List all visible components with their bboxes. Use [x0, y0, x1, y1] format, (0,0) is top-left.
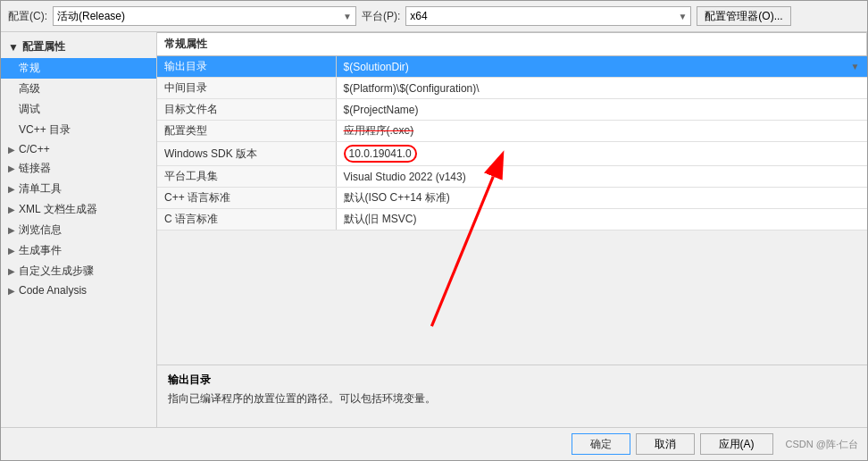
table-row[interactable]: 目标文件名 $(ProjectName) — [157, 99, 867, 121]
sidebar-item-browse[interactable]: ▶ 浏览信息 — [1, 220, 156, 240]
watermark: CSDN @阵·仁台 — [786, 438, 858, 451]
platform-value: x64 — [410, 10, 427, 22]
table-row[interactable]: 输出目录 $(SolutionDir) ▼ — [157, 56, 867, 78]
right-top: 常规属性 输出目录 $(SolutionDir) ▼ — [157, 32, 867, 365]
sidebar-item-vcpp-dirs-label: VC++ 目录 — [19, 122, 71, 138]
sidebar-item-manifest[interactable]: ▶ 清单工具 — [1, 179, 156, 199]
prop-value-platform-toolset: Visual Studio 2022 (v143) — [336, 166, 867, 188]
table-row[interactable]: C++ 语言标准 默认(ISO C++14 标准) — [157, 188, 867, 209]
prop-name-target-name: 目标文件名 — [157, 99, 336, 121]
sidebar-item-custom-build-label: 自定义生成步骤 — [19, 264, 94, 279]
prop-name-intermediate-dir: 中间目录 — [157, 78, 336, 99]
sidebar-item-code-analysis-label: Code Analysis — [19, 284, 87, 297]
linker-expand-icon: ▶ — [8, 163, 15, 173]
prop-name-config-type: 配置类型 — [157, 121, 336, 142]
table-row[interactable]: 平台工具集 Visual Studio 2022 (v143) — [157, 166, 867, 188]
custom-build-expand-icon: ▶ — [8, 266, 15, 276]
sidebar-item-xml-gen[interactable]: ▶ XML 文档生成器 — [1, 199, 156, 220]
prop-value-intermediate-dir: $(Platform)\$(Configuration)\ — [336, 78, 867, 99]
prop-value-output-dir: $(SolutionDir) ▼ — [336, 56, 867, 78]
right-panel: 常规属性 输出目录 $(SolutionDir) ▼ — [157, 32, 867, 427]
apply-button[interactable]: 应用(A) — [700, 433, 773, 455]
prop-name-c-standard: C 语言标准 — [157, 209, 336, 230]
config-dropdown-arrow: ▼ — [343, 12, 352, 21]
prop-name-sdk-version: Windows SDK 版本 — [157, 142, 336, 166]
sdk-version-highlight: 10.0.19041.0 — [344, 145, 417, 163]
table-row[interactable]: C 语言标准 默认(旧 MSVC) — [157, 209, 867, 230]
sidebar-item-browse-label: 浏览信息 — [19, 222, 62, 238]
sidebar-item-advanced-label: 高级 — [19, 81, 40, 96]
config-label: 配置(C): — [8, 9, 47, 24]
cpp-expand-icon: ▶ — [8, 145, 15, 155]
sidebar-item-linker[interactable]: ▶ 链接器 — [1, 158, 156, 179]
top-bar: 配置(C): 活动(Release) ▼ 平台(P): x64 ▼ 配置管理器(… — [1, 1, 867, 32]
prop-value-c-standard: 默认(旧 MSVC) — [336, 209, 867, 230]
prop-value-sdk-version: 10.0.19041.0 — [336, 142, 867, 166]
sidebar-item-build-events-label: 生成事件 — [19, 243, 62, 258]
prop-value-config-type: 应用程序(.exe) — [336, 121, 867, 142]
platform-dropdown[interactable]: x64 ▼ — [405, 6, 691, 26]
config-value: 活动(Release) — [57, 9, 125, 24]
desc-title: 输出目录 — [168, 373, 856, 388]
property-pages-dialog: 配置(C): 活动(Release) ▼ 平台(P): x64 ▼ 配置管理器(… — [0, 0, 868, 461]
sidebar-item-cpp-label: C/C++ — [19, 143, 50, 155]
sidebar-item-linker-label: 链接器 — [19, 161, 51, 176]
ok-button[interactable]: 确定 — [572, 433, 630, 455]
tree-header: ▼ 配置属性 — [1, 36, 156, 58]
build-events-expand-icon: ▶ — [8, 246, 15, 256]
prop-value-cpp-standard: 默认(ISO C++14 标准) — [336, 188, 867, 209]
bottom-description: 输出目录 指向已编译程序的放置位置的路径。可以包括环境变量。 — [157, 365, 867, 427]
left-panel: ▼ 配置属性 常规 高级 调试 VC++ 目录 ▶ C/C++ ▶ 链接器 — [1, 32, 157, 427]
code-analysis-expand-icon: ▶ — [8, 286, 15, 296]
prop-name-output-dir: 输出目录 — [157, 56, 336, 78]
sidebar-item-advanced[interactable]: 高级 — [1, 79, 156, 99]
table-row[interactable]: Windows SDK 版本 10.0.19041.0 — [157, 142, 867, 166]
manage-config-button[interactable]: 配置管理器(O)... — [697, 6, 790, 26]
sidebar-item-code-analysis[interactable]: ▶ Code Analysis — [1, 281, 156, 299]
sidebar-item-debug-label: 调试 — [19, 102, 40, 117]
sidebar-item-debug[interactable]: 调试 — [1, 99, 156, 120]
xml-gen-expand-icon: ▶ — [8, 205, 15, 214]
main-content: ▼ 配置属性 常规 高级 调试 VC++ 目录 ▶ C/C++ ▶ 链接器 — [1, 32, 867, 427]
desc-text: 指向已编译程序的放置位置的路径。可以包括环境变量。 — [168, 391, 856, 407]
platform-dropdown-arrow: ▼ — [678, 12, 687, 21]
sidebar-item-xml-gen-label: XML 文档生成器 — [19, 202, 97, 217]
collapse-icon: ▼ — [8, 41, 19, 54]
properties-table: 常规属性 输出目录 $(SolutionDir) ▼ — [157, 32, 867, 230]
sidebar-item-general[interactable]: 常规 — [1, 58, 156, 79]
prop-value-target-name: $(ProjectName) — [336, 99, 867, 121]
section-header: 常规属性 — [157, 33, 867, 56]
sidebar-item-build-events[interactable]: ▶ 生成事件 — [1, 240, 156, 261]
cancel-button[interactable]: 取消 — [636, 433, 695, 455]
browse-expand-icon: ▶ — [8, 225, 15, 235]
sidebar-item-manifest-label: 清单工具 — [19, 181, 62, 197]
tree-header-label: 配置属性 — [22, 39, 65, 54]
bottom-buttons: 确定 取消 应用(A) CSDN @阵·仁台 — [1, 427, 867, 460]
config-dropdown[interactable]: 活动(Release) ▼ — [53, 6, 356, 26]
table-row[interactable]: 配置类型 应用程序(.exe) — [157, 121, 867, 142]
properties-scroll[interactable]: 常规属性 输出目录 $(SolutionDir) ▼ — [157, 32, 867, 230]
table-row[interactable]: 中间目录 $(Platform)\$(Configuration)\ — [157, 78, 867, 99]
sidebar-item-general-label: 常规 — [19, 61, 40, 76]
sidebar-item-custom-build[interactable]: ▶ 自定义生成步骤 — [1, 261, 156, 281]
prop-name-cpp-standard: C++ 语言标准 — [157, 188, 336, 209]
sidebar-item-vcpp-dirs[interactable]: VC++ 目录 — [1, 120, 156, 140]
platform-label: 平台(P): — [362, 9, 400, 24]
output-dir-dropdown-btn[interactable]: ▼ — [851, 62, 860, 71]
sidebar-item-cpp[interactable]: ▶ C/C++ — [1, 140, 156, 158]
prop-name-platform-toolset: 平台工具集 — [157, 166, 336, 188]
manifest-expand-icon: ▶ — [8, 184, 15, 194]
